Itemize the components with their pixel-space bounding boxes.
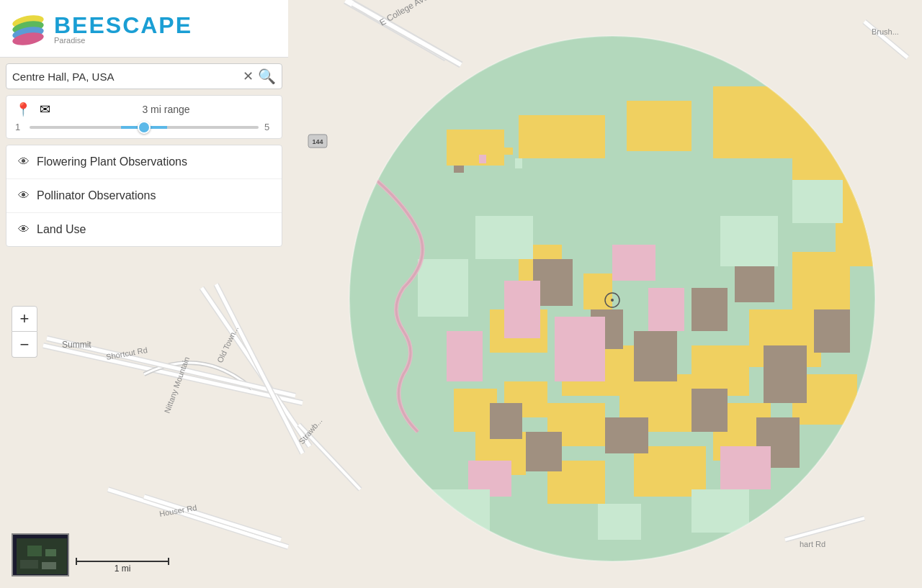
logo-icon: [9, 9, 48, 48]
logo-text-group: BEESCAPE Paradise: [54, 12, 192, 45]
sidebar: BEESCAPE Paradise ✕ 🔍 📍 ✉ 3 mi range 1 5…: [0, 0, 288, 253]
svg-rect-14: [519, 115, 605, 158]
layer-item-land-use[interactable]: 👁 Land Use: [6, 213, 282, 246]
eye-icon-land-use: 👁: [18, 223, 30, 236]
svg-rect-48: [504, 281, 540, 338]
svg-text:Brush...: Brush...: [872, 27, 899, 36]
svg-rect-65: [504, 148, 513, 155]
svg-text:hart Rd: hart Rd: [800, 540, 825, 548]
svg-rect-55: [475, 216, 533, 259]
clear-icon[interactable]: ✕: [241, 67, 255, 86]
search-input[interactable]: [12, 71, 238, 83]
svg-text:Summit: Summit: [62, 340, 91, 350]
svg-rect-101: [27, 546, 42, 556]
svg-rect-49: [555, 317, 605, 381]
svg-rect-62: [465, 144, 473, 151]
svg-rect-13: [447, 130, 504, 166]
range-control: 📍 ✉ 3 mi range 1 5: [6, 95, 282, 139]
layer-list: 👁 Flowering Plant Observations 👁 Pollina…: [6, 145, 282, 247]
svg-rect-38: [634, 331, 677, 381]
svg-rect-51: [648, 288, 684, 331]
svg-rect-103: [20, 560, 38, 569]
svg-rect-63: [479, 155, 486, 163]
svg-rect-56: [418, 259, 468, 317]
layer-item-flowering-plant[interactable]: 👁 Flowering Plant Observations: [6, 145, 282, 179]
svg-rect-52: [447, 331, 483, 381]
svg-rect-39: [692, 288, 728, 331]
svg-rect-59: [792, 180, 843, 223]
svg-rect-61: [598, 504, 641, 540]
svg-rect-42: [692, 389, 728, 432]
search-bar: ✕ 🔍: [6, 63, 282, 89]
eye-icon-flowering: 👁: [18, 155, 30, 168]
location-pin-icon: 📍: [15, 101, 31, 117]
envelope-icon: ✉: [40, 101, 50, 117]
svg-rect-32: [634, 446, 706, 497]
scale-bar: 1 mi: [76, 561, 169, 574]
svg-rect-60: [692, 489, 749, 533]
svg-rect-44: [526, 432, 562, 471]
range-max: 5: [264, 122, 273, 132]
svg-rect-41: [764, 345, 807, 403]
svg-rect-43: [605, 417, 648, 453]
range-min: 1: [15, 122, 24, 132]
app-name: BEESCAPE: [54, 12, 192, 39]
svg-rect-15: [627, 101, 692, 151]
svg-rect-45: [490, 403, 522, 439]
search-icon[interactable]: 🔍: [258, 68, 276, 85]
scale-label: 1 mi: [115, 564, 131, 574]
minimap[interactable]: [12, 533, 69, 576]
svg-rect-66: [515, 158, 522, 168]
svg-rect-20: [583, 273, 612, 309]
layer-item-pollinator[interactable]: 👁 Pollinator Observations: [6, 179, 282, 213]
zoom-in-button[interactable]: +: [12, 306, 37, 332]
svg-rect-104: [42, 562, 56, 569]
svg-rect-102: [45, 549, 56, 556]
range-icons: 📍 ✉: [15, 101, 50, 117]
layer-label-flowering: Flowering Plant Observations: [37, 155, 187, 168]
svg-rect-58: [720, 216, 778, 266]
eye-icon-pollinator: 👁: [18, 189, 30, 202]
svg-rect-64: [454, 166, 464, 173]
range-label: 3 mi range: [59, 104, 273, 115]
zoom-out-button[interactable]: −: [12, 332, 37, 358]
svg-point-69: [611, 299, 614, 302]
layer-label-pollinator: Pollinator Observations: [37, 189, 156, 202]
svg-rect-50: [612, 245, 655, 281]
svg-rect-46: [814, 309, 850, 353]
range-slider[interactable]: [30, 126, 259, 129]
svg-rect-26: [692, 345, 749, 396]
zoom-controls: + −: [12, 306, 37, 358]
svg-text:144: 144: [312, 138, 323, 145]
svg-rect-54: [720, 446, 771, 489]
logo-bar: BEESCAPE Paradise: [0, 0, 288, 58]
layer-label-land-use: Land Use: [37, 223, 86, 236]
